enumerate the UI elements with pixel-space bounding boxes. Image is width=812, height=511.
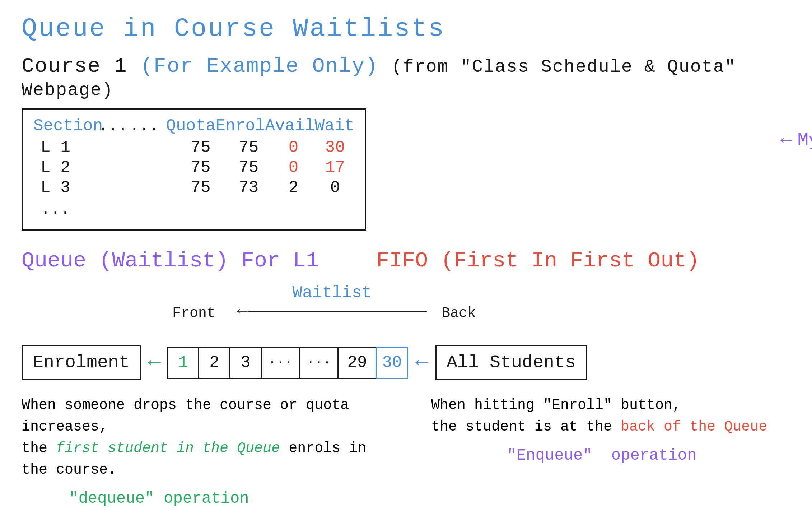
header-avail: Avail <box>265 117 315 135</box>
waitlist-label-area: Waitlist ← <box>237 284 427 320</box>
desc-left-line2: the first student in the Queue enrols in… <box>22 438 381 481</box>
table-section: Section ... ... Quota Enrol Avail Wait L… <box>22 108 790 231</box>
dequeue-operation-text: "dequeue" operation <box>22 489 249 507</box>
header-enrol: Enrol <box>216 117 265 135</box>
desc-left-line1: When someone drops the course or quota i… <box>22 395 381 438</box>
queue-cell-1: 1 <box>167 347 199 379</box>
my-choice-text: My Choice <box>797 130 812 151</box>
queue-cell-dots2: ··· <box>299 347 339 379</box>
cell-wait-l1: 30 <box>316 138 354 157</box>
cell-section-l1: L 1 <box>33 138 92 157</box>
queue-heading-left: Queue (Waitlist) For L1 <box>22 248 319 273</box>
queue-row: Enrolment ← 1 2 3 ··· ··· 29 30 ← All St… <box>22 345 790 380</box>
queue-cell-2: 2 <box>198 347 230 379</box>
enqueue-operation-text: "Enqueue" operation <box>431 446 696 464</box>
table-row: L 1 75 75 0 30 <box>33 138 354 157</box>
cell-quota-l2: 75 <box>175 158 227 177</box>
cell-section-l2: L 2 <box>33 158 92 177</box>
waitlist-arrow-head: ← <box>237 302 248 320</box>
cell-quota-l1: 75 <box>175 138 227 157</box>
waitlist-label-text: Waitlist <box>293 284 372 302</box>
cell-avail-l3: 2 <box>271 178 316 197</box>
table-row: L 3 75 73 2 0 <box>33 178 354 197</box>
blue-arrow-icon: ← <box>415 350 428 375</box>
course-source-text: (from "Class Schedule & Quota" Webpage) <box>22 57 736 101</box>
queue-heading-right: FIFO (First In First Out) <box>376 248 699 273</box>
table-header-row: Section ... ... Quota Enrol Avail Wait <box>33 117 354 135</box>
header-dots2: ... <box>129 117 166 135</box>
header-dots1: ... <box>98 117 129 135</box>
cell-enrol-l3: 73 <box>226 178 271 197</box>
cell-wait-l3: 0 <box>316 178 354 197</box>
course-main: Course 1 <box>22 55 127 78</box>
waitlist-diagram: Front Waitlist ← Back Enrolment ← 1 2 3 … <box>22 284 790 380</box>
desc-right-pre: the student is at the <box>431 419 621 435</box>
cell-wait-l2: 17 <box>316 158 354 177</box>
page-title: Queue in Course Waitlists <box>22 14 790 44</box>
cell-avail-l1: 0 <box>271 138 316 157</box>
desc-right-operation: "Enqueue" operation <box>431 443 790 467</box>
queue-cells: 1 2 3 ··· ··· 29 30 <box>168 347 408 379</box>
desc-left-line2-pre: the <box>22 440 56 456</box>
cell-section-l3: L 3 <box>33 178 92 197</box>
queue-cell-dots1: ··· <box>261 347 300 379</box>
queue-cell-30: 30 <box>376 347 408 379</box>
cell-enrol-l2: 75 <box>226 158 271 177</box>
desc-right-line2: the student is at the back of the Queue <box>431 416 790 438</box>
my-choice-label: ← My Choice <box>780 130 812 151</box>
desc-right-line1: When hitting "Enroll" button, <box>431 395 790 416</box>
table-footer-dots: ... <box>33 200 354 219</box>
header-wait: Wait <box>315 117 354 135</box>
course-heading: Course 1 (For Example Only) (from "Class… <box>22 55 790 101</box>
desc-left-operation: "dequeue" operation <box>22 487 381 510</box>
queue-cell-3: 3 <box>229 347 262 379</box>
my-choice-arrow: ← <box>780 130 792 151</box>
table-row: L 2 75 75 0 17 <box>33 158 354 177</box>
all-students-box: All Students <box>435 345 587 380</box>
cell-enrol-l1: 75 <box>226 138 271 157</box>
schedule-table: Section ... ... Quota Enrol Avail Wait L… <box>22 108 366 231</box>
back-label: Back <box>442 305 476 321</box>
front-label: Front <box>172 305 215 321</box>
queue-cell-29: 29 <box>337 347 377 379</box>
waitlist-arrow: ← <box>237 302 427 320</box>
descriptions: When someone drops the course or quota i… <box>22 395 790 510</box>
desc-left-highlight: first student in the Queue <box>56 440 280 456</box>
waitlist-arrow-line <box>248 311 427 312</box>
desc-right: When hitting "Enroll" button, the studen… <box>431 395 790 510</box>
cell-avail-l2: 0 <box>271 158 316 177</box>
course-example-text: (For Example Only) <box>140 55 378 78</box>
green-arrow-icon: ← <box>148 350 161 375</box>
desc-left: When someone drops the course or quota i… <box>22 395 381 510</box>
queue-heading: Queue (Waitlist) For L1 FIFO (First In F… <box>22 248 790 273</box>
front-back-area: Front Waitlist ← Back <box>136 284 603 323</box>
header-quota: Quota <box>166 117 215 135</box>
desc-right-highlight: back of the Queue <box>621 419 767 435</box>
header-section: Section <box>33 117 98 135</box>
enrolment-box: Enrolment <box>22 345 141 380</box>
cell-quota-l3: 75 <box>175 178 227 197</box>
